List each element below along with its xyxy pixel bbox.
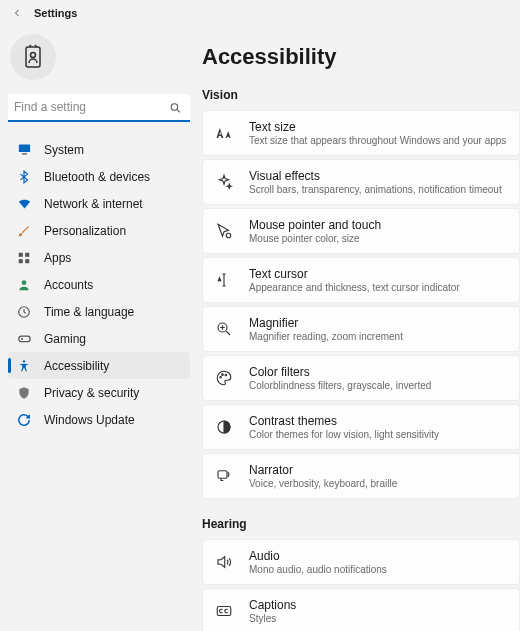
text-size-icon (213, 122, 235, 144)
nav-label: Windows Update (44, 413, 135, 427)
card-title: Narrator (249, 463, 397, 477)
gamepad-icon (16, 331, 32, 347)
nav-item-update[interactable]: Windows Update (8, 406, 190, 433)
card-title: Color filters (249, 365, 431, 379)
svg-point-12 (23, 360, 25, 362)
avatar-icon (21, 44, 45, 70)
card-captions[interactable]: CaptionsStyles (202, 588, 520, 631)
card-contrast-themes[interactable]: Contrast themesColor themes for low visi… (202, 404, 520, 450)
section-header-hearing: Hearing (202, 517, 520, 531)
monitor-icon (16, 142, 32, 158)
nav-label: Network & internet (44, 197, 143, 211)
card-sub: Scroll bars, transparency, animations, n… (249, 184, 502, 195)
card-visual-effects[interactable]: Visual effectsScroll bars, transparency,… (202, 159, 520, 205)
card-audio[interactable]: AudioMono audio, audio notifications (202, 539, 520, 585)
nav-item-time[interactable]: Time & language (8, 298, 190, 325)
nav-label: Bluetooth & devices (44, 170, 150, 184)
svg-rect-6 (25, 252, 29, 256)
magnifier-icon (213, 318, 235, 340)
sparkle-icon (213, 171, 235, 193)
clock-icon (16, 304, 32, 320)
card-narrator[interactable]: NarratorVoice, verbosity, keyboard, brai… (202, 453, 520, 499)
card-title: Captions (249, 598, 296, 612)
svg-rect-4 (22, 153, 27, 154)
nav-label: Time & language (44, 305, 134, 319)
narrator-icon (213, 465, 235, 487)
card-text-cursor[interactable]: Text cursorAppearance and thickness, tex… (202, 257, 520, 303)
wifi-icon (16, 196, 32, 212)
nav-label: Apps (44, 251, 71, 265)
svg-point-1 (31, 53, 36, 58)
back-button[interactable] (10, 6, 24, 20)
card-title: Text cursor (249, 267, 460, 281)
person-icon (16, 277, 32, 293)
svg-rect-5 (19, 252, 23, 256)
speaker-icon (213, 551, 235, 573)
card-sub: Text size that appears throughout Window… (249, 135, 506, 146)
card-color-filters[interactable]: Color filtersColorblindness filters, gra… (202, 355, 520, 401)
card-sub: Mono audio, audio notifications (249, 564, 387, 575)
svg-rect-7 (19, 259, 23, 263)
cc-icon (213, 600, 235, 622)
bluetooth-icon (16, 169, 32, 185)
nav-item-system[interactable]: System (8, 136, 190, 163)
svg-point-13 (226, 233, 231, 238)
nav-label: Accessibility (44, 359, 109, 373)
svg-point-15 (220, 377, 222, 379)
nav-label: Personalization (44, 224, 126, 238)
window-title: Settings (34, 7, 77, 19)
card-title: Audio (249, 549, 387, 563)
card-magnifier[interactable]: MagnifierMagnifier reading, zoom increme… (202, 306, 520, 352)
svg-rect-3 (18, 145, 29, 153)
palette-icon (213, 367, 235, 389)
text-cursor-icon (213, 269, 235, 291)
update-icon (16, 412, 32, 428)
shield-icon (16, 385, 32, 401)
nav-item-accessibility[interactable]: Accessibility (8, 352, 190, 379)
card-sub: Styles (249, 613, 296, 624)
search-icon (169, 102, 182, 115)
nav-item-gaming[interactable]: Gaming (8, 325, 190, 352)
avatar[interactable] (10, 34, 56, 80)
contrast-icon (213, 416, 235, 438)
card-title: Magnifier (249, 316, 403, 330)
card-sub: Appearance and thickness, text cursor in… (249, 282, 460, 293)
card-text-size[interactable]: Text sizeText size that appears througho… (202, 110, 520, 156)
svg-point-9 (22, 280, 27, 285)
section-header-vision: Vision (202, 88, 520, 102)
card-sub: Magnifier reading, zoom increment (249, 331, 403, 342)
card-title: Mouse pointer and touch (249, 218, 381, 232)
nav-label: Gaming (44, 332, 86, 346)
cursor-icon (213, 220, 235, 242)
card-title: Contrast themes (249, 414, 439, 428)
card-sub: Voice, verbosity, keyboard, braille (249, 478, 397, 489)
svg-rect-11 (18, 336, 29, 342)
nav-label: Accounts (44, 278, 93, 292)
nav-item-network[interactable]: Network & internet (8, 190, 190, 217)
card-sub: Colorblindness filters, grayscale, inver… (249, 380, 431, 391)
card-title: Text size (249, 120, 506, 134)
nav-item-bluetooth[interactable]: Bluetooth & devices (8, 163, 190, 190)
nav-label: Privacy & security (44, 386, 139, 400)
brush-icon (16, 223, 32, 239)
svg-rect-19 (218, 471, 227, 479)
svg-point-17 (225, 374, 227, 376)
accessibility-icon (16, 358, 32, 374)
nav-item-accounts[interactable]: Accounts (8, 271, 190, 298)
svg-point-16 (222, 374, 224, 376)
card-sub: Mouse pointer color, size (249, 233, 381, 244)
card-sub: Color themes for low vision, light sensi… (249, 429, 439, 440)
svg-point-2 (171, 104, 178, 111)
nav-label: System (44, 143, 84, 157)
nav-item-apps[interactable]: Apps (8, 244, 190, 271)
page-title: Accessibility (202, 44, 520, 70)
svg-rect-8 (25, 259, 29, 263)
apps-icon (16, 250, 32, 266)
nav-item-privacy[interactable]: Privacy & security (8, 379, 190, 406)
search-input[interactable] (8, 94, 190, 122)
card-mouse-pointer[interactable]: Mouse pointer and touchMouse pointer col… (202, 208, 520, 254)
nav-item-personalization[interactable]: Personalization (8, 217, 190, 244)
card-title: Visual effects (249, 169, 502, 183)
